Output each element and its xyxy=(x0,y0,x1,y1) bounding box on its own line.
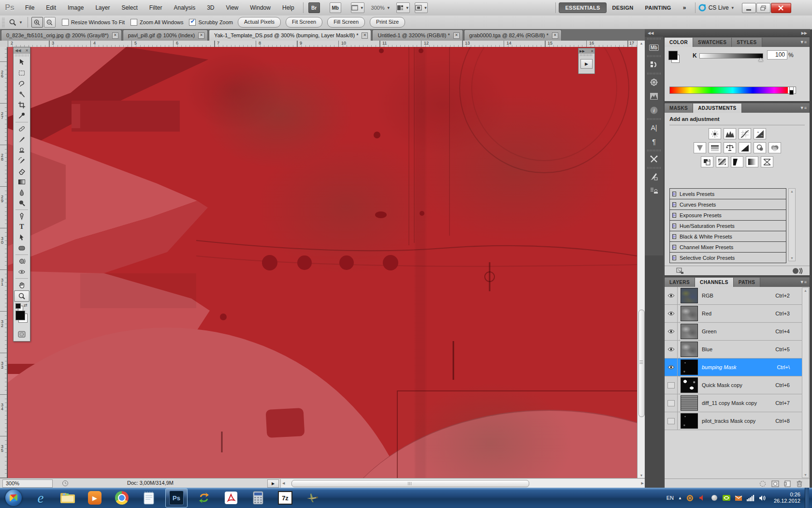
visibility-toggle[interactable] xyxy=(665,394,678,412)
close-tab-icon[interactable]: ✕ xyxy=(198,32,204,39)
tab-adjustments[interactable]: ADJUSTMENTS xyxy=(693,104,741,113)
visibility-toggle[interactable] xyxy=(665,323,678,340)
cs-live-button[interactable]: CS Live ▼ xyxy=(698,4,735,12)
preset-curves[interactable]: Curves Presets xyxy=(670,199,786,210)
return-to-adjustment-list-icon[interactable] xyxy=(676,268,684,274)
taskbar-windows-explorer[interactable] xyxy=(57,489,78,507)
channel-row-diff11-copy-mask-copy[interactable]: diff_11 copy Mask copy Ctrl+7 xyxy=(665,394,802,412)
taskbar-clock[interactable]: 0:26 26.12.2012 xyxy=(774,492,800,504)
menu-filter[interactable]: Filter xyxy=(144,0,168,15)
zoom-tool[interactable] xyxy=(14,290,29,302)
channel-mixer-icon[interactable] xyxy=(768,142,781,153)
clone-source-panel-icon[interactable] xyxy=(647,184,661,197)
preset-selective-color[interactable]: Selective Color Presets xyxy=(670,253,786,263)
threshold-icon[interactable] xyxy=(731,156,743,167)
visibility-toggle[interactable] xyxy=(665,359,678,376)
gradient-map-icon[interactable] xyxy=(746,156,758,167)
menu-file[interactable]: File xyxy=(19,0,40,15)
visibility-toggle[interactable] xyxy=(665,305,678,322)
brush-tool[interactable] xyxy=(14,134,29,145)
status-expand-icon[interactable]: ▶ xyxy=(267,479,279,488)
taskbar-photoshop[interactable]: Ps xyxy=(165,488,188,508)
expand-icon[interactable]: ▶▶ xyxy=(580,49,585,53)
preset-black-white[interactable]: Black & White Presets xyxy=(670,231,786,242)
taskbar-filesync[interactable] xyxy=(193,489,215,507)
tab-swatches[interactable]: SWATCHES xyxy=(693,38,732,47)
preset-channel-mixer[interactable]: Channel Mixer Presets xyxy=(670,242,786,253)
visibility-toggle[interactable] xyxy=(665,376,678,394)
doc-tab-2[interactable]: pavl_pi8.gif @ 100% (Index) ✕ xyxy=(123,30,208,41)
menu-edit[interactable]: Edit xyxy=(40,0,62,15)
levels-icon[interactable] xyxy=(724,128,736,139)
default-colors-icon[interactable] xyxy=(15,303,21,309)
close-icon[interactable]: ✕ xyxy=(25,48,29,53)
menu-3d[interactable]: 3D xyxy=(201,0,220,15)
eyedropper-tool[interactable] xyxy=(14,110,29,121)
taskbar-7zip[interactable]: 7z xyxy=(275,489,296,507)
zoom-all-windows-checkbox[interactable]: ✔ xyxy=(130,19,137,26)
language-indicator[interactable]: EN xyxy=(667,495,674,501)
menu-help[interactable]: Help xyxy=(276,0,300,15)
blur-tool[interactable] xyxy=(14,187,29,198)
type-tool[interactable]: T xyxy=(14,222,29,232)
show-hidden-icons-icon[interactable]: ▲ xyxy=(678,496,682,500)
tray-wallet-icon[interactable] xyxy=(735,494,742,502)
taskbar-calculator[interactable] xyxy=(247,489,269,507)
expand-triangle-icon[interactable] xyxy=(673,203,676,207)
collapse-strip-icon[interactable]: ◀◀ xyxy=(648,31,653,35)
arrange-documents-button[interactable]: ▼ xyxy=(396,2,410,13)
start-button[interactable] xyxy=(3,489,24,507)
history-brush-tool[interactable] xyxy=(14,155,29,166)
chevron-down-icon[interactable]: ▼ xyxy=(387,6,391,10)
doc-size-info[interactable]: Doc: 3,00M/314,9M xyxy=(127,480,174,486)
3d-rotate-tool[interactable] xyxy=(14,256,29,267)
workspace-essentials[interactable]: ESSENTIALS xyxy=(559,2,606,13)
close-button[interactable] xyxy=(771,3,791,13)
taskbar-adobe-reader[interactable] xyxy=(220,489,242,507)
expand-triangle-icon[interactable] xyxy=(673,245,676,249)
visibility-toggle[interactable] xyxy=(665,341,678,358)
collapse-icon[interactable]: ◀◀ xyxy=(15,48,21,53)
vertical-scrollbar[interactable]: ▲ ▼ xyxy=(637,41,645,478)
doc-tab-3[interactable]: Yak-1_Template_DS.psd @ 300% (bumping, L… xyxy=(209,30,371,41)
menu-layer[interactable]: Layer xyxy=(89,0,116,15)
close-icon[interactable]: ✕ xyxy=(591,49,594,53)
minimize-button[interactable] xyxy=(742,3,756,13)
black-swatch[interactable] xyxy=(789,90,794,95)
spot-healing-brush-tool[interactable] xyxy=(14,123,29,134)
doc-tab-4[interactable]: Untitled-1 @ 3200% (RGB/8) * ✕ xyxy=(372,30,463,41)
document-canvas[interactable]: ▶▶✕ ▶ xyxy=(8,47,637,478)
workspace-overflow-icon[interactable]: » xyxy=(677,3,692,13)
brightness-contrast-icon[interactable] xyxy=(709,128,721,139)
menu-window[interactable]: Window xyxy=(244,0,276,15)
eraser-tool[interactable] xyxy=(14,166,29,177)
expand-triangle-icon[interactable] xyxy=(673,213,676,217)
channel-row-bumping-mask[interactable]: bumping Mask Ctrl+\ xyxy=(665,359,802,376)
tab-styles[interactable]: STYLES xyxy=(732,38,762,47)
vibrance-icon[interactable] xyxy=(694,142,706,153)
tab-color[interactable]: COLOR xyxy=(665,38,693,47)
tab-channels[interactable]: CHANNELS xyxy=(695,278,734,287)
expand-triangle-icon[interactable] xyxy=(673,235,676,239)
scroll-up-icon[interactable]: ▲ xyxy=(789,189,795,194)
zoom-out-mode-button[interactable] xyxy=(44,17,56,28)
curves-icon[interactable] xyxy=(739,128,751,139)
taskbar-chrome[interactable] xyxy=(111,489,132,507)
horizontal-scrollbar[interactable]: ◀ ▶ xyxy=(280,479,645,488)
scroll-down-icon[interactable]: ▼ xyxy=(638,474,645,477)
presets-scrollbar[interactable]: ▲ ▼ xyxy=(788,188,796,261)
invert-icon[interactable] xyxy=(701,156,713,167)
expand-triangle-icon[interactable] xyxy=(673,224,676,228)
scrubby-zoom-checkbox[interactable]: ✔ xyxy=(189,19,196,26)
panel-menu-icon[interactable]: ▼≡ xyxy=(797,38,810,47)
expanded-view-toggle-icon[interactable] xyxy=(792,268,803,274)
screen-mode-button[interactable]: ▼ xyxy=(415,2,428,13)
launch-mini-bridge-button[interactable]: Mb xyxy=(330,2,341,13)
show-desktop-button[interactable] xyxy=(805,488,809,508)
load-channel-as-selection-icon[interactable] xyxy=(759,480,767,487)
launch-bridge-button[interactable]: Br xyxy=(308,2,320,13)
rectangular-marquee-tool[interactable] xyxy=(14,68,29,78)
k-slider[interactable] xyxy=(699,53,763,59)
crop-tool[interactable] xyxy=(14,100,29,110)
tab-paths[interactable]: PATHS xyxy=(734,278,760,287)
